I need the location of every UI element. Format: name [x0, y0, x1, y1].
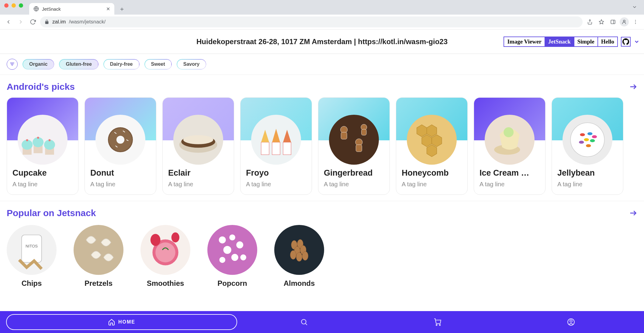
svg-point-7 [635, 22, 636, 22]
home-icon [108, 318, 115, 326]
svg-point-5 [623, 20, 625, 22]
svg-rect-74 [207, 225, 257, 275]
svg-point-77 [223, 246, 231, 254]
nav-home-label: HOME [118, 319, 135, 325]
filter-chip-savory[interactable]: Savory [177, 59, 206, 69]
svg-point-58 [587, 132, 592, 135]
tabs-dropdown-icon[interactable] [632, 4, 637, 10]
svg-rect-39 [329, 115, 379, 165]
back-button[interactable] [4, 17, 13, 27]
snack-card-eclair[interactable]: Eclair A tag line [162, 97, 234, 195]
share-button[interactable] [585, 17, 595, 27]
svg-point-87 [296, 252, 302, 261]
svg-point-54 [504, 127, 514, 137]
filters-row: Organic Gluten-free Dairy-free Sweet Sav… [0, 54, 644, 75]
demo-tab-hello[interactable]: Hello [598, 37, 617, 46]
svg-point-57 [580, 133, 585, 136]
tab-title: JetSnack [42, 6, 103, 12]
popular-label: Smoothies [147, 279, 184, 288]
svg-point-80 [219, 257, 225, 263]
snack-card-cupcake[interactable]: Cupcake A tag line [7, 97, 78, 195]
side-panel-button[interactable] [608, 17, 618, 27]
svg-text:NITOS: NITOS [26, 244, 38, 248]
svg-point-79 [231, 254, 238, 261]
svg-point-88 [290, 251, 296, 260]
card-tagline: A tag line [168, 181, 228, 188]
snack-card-gingerbread[interactable]: Gingerbread A tag line [318, 97, 390, 195]
popular-item-chips[interactable]: NITOS Chips [7, 225, 57, 288]
window-close[interactable] [4, 3, 9, 8]
page-title: Huidekoperstraat 26-28, 1017 ZM Amsterda… [196, 37, 448, 46]
github-link[interactable] [621, 37, 631, 47]
filter-chip-organic[interactable]: Organic [23, 59, 54, 69]
forward-button[interactable] [16, 17, 26, 27]
snack-card-jellybean[interactable]: Jellybean A tag line [552, 97, 623, 195]
svg-rect-36 [261, 142, 269, 155]
popular-item-pretzels[interactable]: Pretzels [74, 225, 123, 288]
card-title: Donut [90, 168, 151, 178]
profile-icon [567, 318, 575, 326]
svg-point-6 [635, 20, 636, 21]
filter-chip-gluten-free[interactable]: Gluten-free [59, 59, 98, 69]
card-tagline: A tag line [12, 181, 73, 188]
arrow-right-icon[interactable] [629, 82, 637, 91]
card-title: Honeycomb [402, 168, 462, 178]
svg-rect-37 [272, 142, 280, 155]
filter-chip-sweet[interactable]: Sweet [144, 59, 172, 69]
popular-item-almonds[interactable]: Almonds [274, 225, 324, 288]
new-tab-button[interactable]: ＋ [117, 4, 127, 14]
reload-button[interactable] [28, 17, 38, 27]
card-title: Ice Cream … [480, 168, 540, 178]
demo-tab-jetsnack[interactable]: JetSnack [545, 37, 574, 46]
filter-chip-dairy-free[interactable]: Dairy-free [103, 59, 140, 69]
nav-cart[interactable] [371, 318, 504, 326]
nav-search[interactable] [237, 318, 371, 326]
cards-row: Cupcake A tag line Donut A tag line [7, 97, 637, 195]
tab-strip: JetSnack ✕ ＋ [0, 0, 644, 15]
card-title: Eclair [168, 168, 228, 178]
filter-icon [9, 61, 15, 67]
svg-point-72 [151, 234, 161, 246]
nav-profile[interactable] [504, 318, 638, 326]
demo-tabs: Image Viewer JetSnack Simple Hello [504, 37, 618, 47]
popular-label: Popcorn [217, 279, 247, 288]
demo-tab-image-viewer[interactable]: Image Viewer [504, 37, 545, 46]
demo-tab-simple[interactable]: Simple [574, 37, 598, 46]
nav-home[interactable]: HOME [6, 314, 237, 330]
header-dropdown-icon[interactable] [634, 39, 640, 45]
svg-point-78 [236, 241, 243, 248]
card-tagline: A tag line [557, 181, 618, 188]
svg-line-91 [306, 324, 307, 325]
github-icon [622, 38, 629, 45]
popular-row: NITOS Chips Pretzels Smoothies Popcorn A… [7, 224, 637, 288]
arrow-right-icon[interactable] [629, 209, 637, 217]
svg-point-73 [171, 233, 179, 243]
popular-label: Pretzels [85, 279, 113, 288]
section-title-popular: Popular on Jetsnack [7, 208, 96, 218]
section-title-picks: Android's picks [7, 82, 75, 92]
address-bar[interactable]: zal.im/wasm/jetsnack/ [40, 16, 583, 27]
snack-card-ice-cream[interactable]: Ice Cream … A tag line [474, 97, 545, 195]
popular-item-smoothies[interactable]: Smoothies [140, 225, 190, 288]
svg-rect-43 [356, 145, 362, 152]
svg-point-89 [302, 251, 308, 261]
close-tab-icon[interactable]: ✕ [106, 6, 110, 12]
svg-point-63 [592, 135, 597, 138]
profile-button[interactable] [620, 17, 629, 26]
svg-point-62 [586, 144, 591, 147]
snack-card-froyo[interactable]: Froyo A tag line [240, 97, 312, 195]
svg-point-34 [183, 135, 213, 144]
header-right: Image Viewer JetSnack Simple Hello [504, 37, 640, 47]
svg-point-8 [635, 23, 636, 24]
window-maximize[interactable] [19, 3, 23, 8]
popular-label: Almonds [284, 279, 315, 288]
snack-card-donut[interactable]: Donut A tag line [85, 97, 156, 195]
browser-tab[interactable]: JetSnack ✕ [29, 3, 114, 15]
popular-item-popcorn[interactable]: Popcorn [207, 225, 257, 288]
bookmark-button[interactable] [597, 17, 606, 27]
window-minimize[interactable] [12, 3, 16, 8]
kebab-menu-button[interactable] [631, 17, 640, 27]
svg-rect-38 [283, 142, 291, 155]
snack-card-honeycomb[interactable]: Honeycomb A tag line [396, 97, 468, 195]
filter-settings-button[interactable] [7, 59, 18, 70]
